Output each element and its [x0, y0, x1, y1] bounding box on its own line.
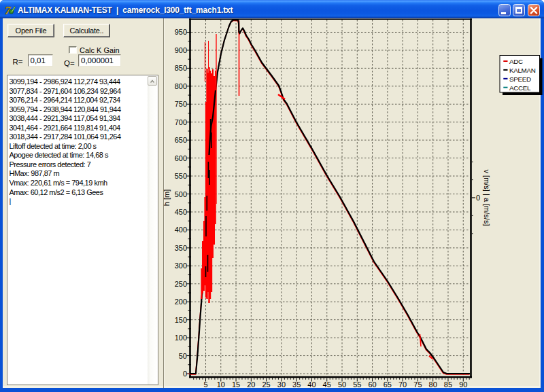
- svg-text:350: 350: [175, 244, 187, 252]
- svg-text:75: 75: [413, 380, 422, 389]
- svg-text:750: 750: [175, 100, 187, 108]
- svg-text:50: 50: [179, 352, 187, 360]
- svg-text:700: 700: [175, 118, 187, 126]
- svg-text:0: 0: [476, 194, 480, 202]
- svg-text:300: 300: [175, 262, 187, 270]
- svg-text:SPEED: SPEED: [509, 75, 531, 83]
- svg-text:650: 650: [175, 136, 187, 144]
- svg-text:900: 900: [175, 46, 187, 54]
- svg-text:0: 0: [183, 370, 187, 378]
- svg-text:10: 10: [217, 380, 225, 389]
- svg-text:35: 35: [292, 380, 301, 389]
- svg-text:60: 60: [368, 380, 376, 389]
- svg-text:800: 800: [175, 82, 187, 90]
- svg-text:850: 850: [175, 64, 187, 72]
- svg-text:40: 40: [307, 380, 316, 389]
- svg-text:70: 70: [398, 380, 407, 389]
- svg-text:KALMAN: KALMAN: [509, 67, 536, 74]
- svg-text:250: 250: [175, 280, 187, 288]
- svg-text:85: 85: [444, 380, 452, 389]
- svg-text:v [m/s] | a [m/s/s]: v [m/s] | a [m/s/s]: [483, 170, 491, 226]
- svg-text:450: 450: [175, 208, 187, 216]
- svg-text:h [m]: h [m]: [163, 190, 171, 206]
- svg-text:55: 55: [353, 380, 361, 389]
- svg-text:400: 400: [175, 226, 187, 234]
- svg-text:200: 200: [175, 298, 187, 306]
- svg-text:25: 25: [262, 380, 270, 389]
- svg-text:500: 500: [175, 190, 187, 198]
- svg-text:5: 5: [203, 380, 207, 389]
- svg-text:15: 15: [232, 380, 240, 389]
- svg-text:ACCEL: ACCEL: [509, 84, 531, 92]
- svg-text:50: 50: [338, 380, 346, 389]
- svg-text:600: 600: [175, 154, 187, 162]
- svg-text:100: 100: [175, 334, 187, 342]
- svg-text:550: 550: [175, 172, 187, 180]
- svg-text:30: 30: [277, 380, 286, 389]
- svg-text:20: 20: [247, 380, 255, 389]
- svg-text:ADC: ADC: [509, 58, 523, 65]
- svg-text:65: 65: [384, 380, 392, 389]
- svg-text:90: 90: [459, 380, 467, 389]
- svg-text:150: 150: [175, 316, 187, 324]
- svg-text:45: 45: [323, 380, 331, 389]
- svg-text:950: 950: [175, 28, 187, 36]
- svg-text:80: 80: [429, 380, 437, 389]
